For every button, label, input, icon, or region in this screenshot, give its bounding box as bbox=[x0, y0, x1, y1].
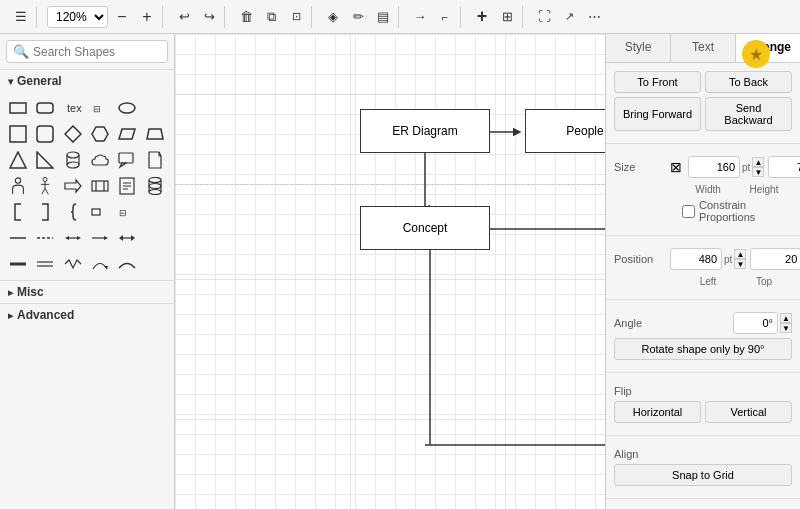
fill-button[interactable]: ◈ bbox=[322, 6, 344, 28]
shape-square[interactable] bbox=[6, 122, 30, 146]
constrain-checkbox[interactable] bbox=[682, 205, 695, 218]
flip-horizontal-button[interactable]: Horizontal bbox=[614, 401, 701, 423]
svg-point-13 bbox=[67, 152, 79, 158]
shape-hexagon[interactable] bbox=[88, 122, 112, 146]
fullscreen-button[interactable]: ⛶ bbox=[533, 6, 555, 28]
shape-bracket-right[interactable] bbox=[33, 200, 57, 224]
shape-callout[interactable] bbox=[115, 148, 139, 172]
node-er-diagram[interactable]: ER Diagram bbox=[360, 109, 490, 153]
arrow-button[interactable]: → bbox=[409, 6, 431, 28]
image-button[interactable]: ▤ bbox=[372, 6, 394, 28]
menu-button[interactable]: ☰ bbox=[10, 6, 32, 28]
angle-spin-up[interactable]: ▲ bbox=[780, 313, 792, 323]
angle-input[interactable] bbox=[733, 312, 778, 334]
shape-zigzag[interactable] bbox=[61, 252, 85, 276]
sidebar-section-advanced[interactable]: ▸ Advanced bbox=[0, 303, 174, 326]
node-concept[interactable]: Concept bbox=[360, 206, 490, 250]
waypoint-button[interactable]: ⌐ bbox=[434, 6, 456, 28]
delete-button[interactable]: 🗑 bbox=[235, 6, 257, 28]
bring-forward-button[interactable]: Bring Forward bbox=[614, 97, 701, 131]
shape-arrow-right[interactable] bbox=[61, 174, 85, 198]
shape-right-triangle[interactable] bbox=[33, 148, 57, 172]
tab-text[interactable]: Text bbox=[671, 34, 736, 62]
shape-brace-left[interactable] bbox=[61, 200, 85, 224]
width-input[interactable] bbox=[688, 156, 740, 178]
shape-stickman[interactable] bbox=[33, 174, 57, 198]
shape-parallelogram[interactable] bbox=[115, 122, 139, 146]
divider-6 bbox=[606, 498, 800, 499]
paste-button[interactable]: ⊡ bbox=[285, 6, 307, 28]
pen-button[interactable]: ✏ bbox=[347, 6, 369, 28]
align-label: Align bbox=[614, 448, 666, 460]
shape-label[interactable]: ⊟ bbox=[115, 200, 139, 224]
zoom-in-button[interactable]: + bbox=[136, 6, 158, 28]
shape-double-line[interactable] bbox=[33, 252, 57, 276]
search-input[interactable] bbox=[33, 45, 175, 59]
shape-arc[interactable] bbox=[115, 252, 139, 276]
shape-line-dashed[interactable] bbox=[33, 226, 57, 250]
left-input[interactable] bbox=[670, 248, 722, 270]
shape-ellipse[interactable] bbox=[115, 96, 139, 120]
left-spin-down[interactable]: ▼ bbox=[734, 259, 746, 269]
shape-cloud[interactable] bbox=[88, 148, 112, 172]
shape-cylinder[interactable] bbox=[61, 148, 85, 172]
zoom-select[interactable]: 120%50%75%100%150%200% bbox=[47, 6, 108, 28]
shape-line-solid[interactable] bbox=[6, 226, 30, 250]
copy-button[interactable]: ⧉ bbox=[260, 6, 282, 28]
more-button[interactable]: ⋯ bbox=[583, 6, 605, 28]
shape-thick-line[interactable] bbox=[6, 252, 30, 276]
sidebar-section-misc[interactable]: ▸ Misc bbox=[0, 280, 174, 303]
shape-person[interactable] bbox=[6, 174, 30, 198]
shape-database[interactable] bbox=[143, 174, 167, 198]
width-spin-down[interactable]: ▼ bbox=[752, 167, 764, 177]
left-spin-up[interactable]: ▲ bbox=[734, 249, 746, 259]
export-button[interactable]: ↗ bbox=[558, 6, 580, 28]
node-er-diagram-label: ER Diagram bbox=[392, 124, 457, 138]
redo-button[interactable]: ↪ bbox=[198, 6, 220, 28]
snap-to-grid-button[interactable]: Snap to Grid bbox=[614, 464, 792, 486]
shape-curved-arrow[interactable] bbox=[88, 252, 112, 276]
rotate-button[interactable]: Rotate shape only by 90° bbox=[614, 338, 792, 360]
node-people[interactable]: People bbox=[525, 109, 605, 153]
tab-style[interactable]: Style bbox=[606, 34, 671, 62]
shape-process[interactable] bbox=[88, 174, 112, 198]
to-back-button[interactable]: To Back bbox=[705, 71, 792, 93]
shape-bracket-left[interactable] bbox=[6, 200, 30, 224]
shape-rounded-rect[interactable] bbox=[33, 96, 57, 120]
shape-rounded-square[interactable] bbox=[33, 122, 57, 146]
shape-parallelogram-text[interactable]: ⊟ bbox=[88, 96, 112, 120]
size-col-labels: Width Height bbox=[682, 184, 792, 195]
to-front-button[interactable]: To Front bbox=[614, 71, 701, 93]
svg-line-25 bbox=[42, 188, 45, 194]
top-input-group: pt ▲ ▼ bbox=[750, 248, 800, 270]
shape-text[interactable]: text bbox=[61, 96, 85, 120]
search-box[interactable]: 🔍 bbox=[6, 40, 168, 63]
send-backward-button[interactable]: Send Backward bbox=[705, 97, 792, 131]
node-concept-label: Concept bbox=[403, 221, 448, 235]
top-input[interactable] bbox=[750, 248, 800, 270]
shape-triangle[interactable] bbox=[6, 148, 30, 172]
table-button[interactable]: ⊞ bbox=[496, 6, 518, 28]
zoom-out-button[interactable]: − bbox=[111, 6, 133, 28]
svg-rect-40 bbox=[92, 209, 100, 215]
undo-button[interactable]: ↩ bbox=[173, 6, 195, 28]
shape-rectangle[interactable] bbox=[6, 96, 30, 120]
shape-small-rect[interactable] bbox=[88, 200, 112, 224]
svg-marker-51 bbox=[131, 235, 135, 241]
height-input[interactable] bbox=[768, 156, 800, 178]
shape-arrow-double[interactable] bbox=[115, 226, 139, 250]
angle-spin-down[interactable]: ▼ bbox=[780, 323, 792, 333]
sidebar-section-general[interactable]: ▾ General bbox=[0, 69, 174, 92]
shape-doc[interactable] bbox=[143, 148, 167, 172]
plus-button[interactable]: + bbox=[471, 6, 493, 28]
shape-arrow-single[interactable] bbox=[88, 226, 112, 250]
shape-arrow-both[interactable] bbox=[61, 226, 85, 250]
shape-trapezoid[interactable] bbox=[143, 122, 167, 146]
shape-diamond[interactable] bbox=[61, 122, 85, 146]
width-spin-up[interactable]: ▲ bbox=[752, 157, 764, 167]
sidebar-section-general-label: General bbox=[17, 74, 62, 88]
sidebar: 🔍 ▾ General text ⊟ bbox=[0, 34, 175, 509]
flip-vertical-button[interactable]: Vertical bbox=[705, 401, 792, 423]
shape-note[interactable] bbox=[115, 174, 139, 198]
canvas-area[interactable]: ER Diagram People Concept Matter bbox=[175, 34, 605, 509]
